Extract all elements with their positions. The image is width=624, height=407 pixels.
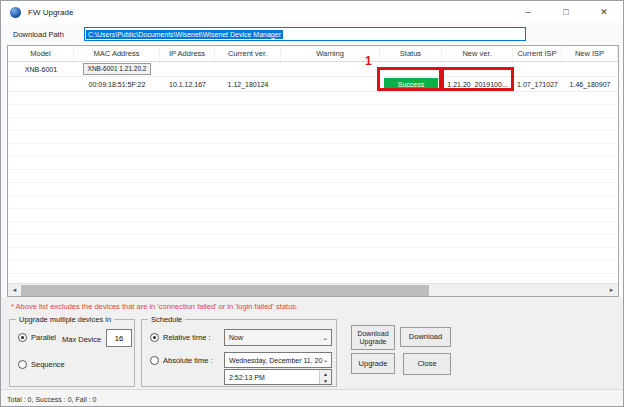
title-bar: FW Upgrade – □ ✕ [1, 1, 623, 23]
column-header-mac[interactable]: MAC Address [74, 46, 160, 61]
upgrade-mode-group-title: Upgrade multiple devices in [16, 315, 114, 324]
table-header-row: Model MAC Address IP Address Current ver… [8, 46, 618, 62]
date-picker[interactable]: Wednesday, December 11, 20 ⌄ [224, 352, 332, 368]
new-isp-cell: 1.46_180907 [562, 77, 618, 91]
download-path-row: Download Path C:\Users\Public\Documents\… [1, 23, 623, 45]
status-bar-text: Total : 0, Success : 0, Fail : 0 [7, 396, 96, 403]
close-button[interactable]: Close [403, 353, 451, 375]
bottom-panel: * Above list excludes the devices that a… [1, 297, 623, 407]
window-controls: – □ ✕ [509, 1, 623, 23]
spin-down-icon[interactable]: ▼ [320, 377, 331, 384]
close-icon[interactable]: ✕ [585, 1, 623, 23]
chevron-down-icon: ⌄ [322, 356, 328, 364]
table-row[interactable]: XNB-6001 XNB-6001 1.21.20.2 [8, 62, 618, 77]
maximize-icon[interactable]: □ [547, 1, 585, 23]
current-ver-cell: 1.12_180124 [215, 77, 281, 91]
minimize-icon[interactable]: – [509, 1, 547, 23]
radio-icon [18, 333, 27, 342]
relative-time-radio[interactable]: Relative time : [150, 333, 211, 342]
radio-icon [18, 360, 27, 369]
schedule-group-title: Schedule [148, 315, 185, 324]
status-bar: Total : 0, Success : 0, Fail : 0 [1, 390, 624, 407]
radio-icon [150, 333, 159, 342]
relative-time-select[interactable]: Now ⌄ [224, 329, 332, 346]
max-device-input[interactable] [106, 329, 132, 347]
download-path-value: C:\Users\Public\Documents\Wisenet\Wisene… [86, 30, 283, 39]
download-path-label: Download Path [13, 30, 64, 39]
schedule-group: Schedule Relative time : Now ⌄ Absolute … [141, 319, 337, 387]
column-header-current-isp[interactable]: Current ISP [513, 46, 562, 61]
annotation-rect-status [377, 67, 442, 91]
column-header-current-ver[interactable]: Current ver. [215, 46, 281, 61]
upgrade-button[interactable]: Upgrade [351, 353, 395, 374]
device-table: Model MAC Address IP Address Current ver… [7, 45, 619, 297]
firmware-dropdown[interactable]: XNB-6001 1.21.20.2 [83, 63, 152, 75]
warning-cell [281, 77, 380, 91]
current-isp-cell: 1.07_171027 [513, 77, 562, 91]
app-icon [10, 7, 21, 18]
column-header-new-ver[interactable]: New ver. [442, 46, 513, 61]
upgrade-mode-group: Upgrade multiple devices in Parallel Max… [9, 319, 135, 387]
download-upgrade-button[interactable]: Download Upgrade [351, 325, 395, 350]
scroll-right-icon[interactable]: ▸ [605, 284, 618, 297]
annotation-rect-new-ver [441, 67, 514, 91]
radio-icon [150, 356, 159, 365]
ip-cell: 10.1.12.167 [160, 77, 215, 91]
scroll-left-icon[interactable]: ◂ [8, 284, 21, 297]
max-device-label: Max Device [62, 335, 101, 344]
spin-up-icon[interactable]: ▲ [320, 370, 331, 377]
table-row[interactable]: 00:09:18:51:5F:22 10.1.12.167 1.12_18012… [8, 77, 618, 92]
model-cell: XNB-6001 [8, 62, 74, 76]
time-picker[interactable]: 2:52:13 PM ▲ ▼ [224, 369, 332, 385]
absolute-time-radio[interactable]: Absolute time : [150, 356, 213, 365]
sequence-radio[interactable]: Sequence [18, 360, 65, 369]
column-header-new-isp[interactable]: New ISP [562, 46, 618, 61]
window-title: FW Upgrade [28, 8, 73, 17]
exclusion-note: * Above list excludes the devices that a… [11, 302, 298, 311]
column-header-ip[interactable]: IP Address [160, 46, 215, 61]
chevron-down-icon: ⌄ [322, 334, 328, 342]
download-path-input[interactable]: C:\Users\Public\Documents\Wisenet\Wisene… [84, 27, 526, 41]
table-empty-rows [8, 92, 618, 282]
mac-cell: 00:09:18:51:5F:22 [74, 77, 160, 91]
download-button[interactable]: Download [400, 327, 451, 347]
annotation-step-1: 1 [365, 54, 372, 68]
parallel-radio[interactable]: Parallel [18, 333, 56, 342]
column-header-model[interactable]: Model [8, 46, 74, 61]
column-header-status[interactable]: Status [380, 46, 442, 61]
horizontal-scrollbar[interactable]: ◂ ▸ [8, 283, 618, 296]
scrollbar-thumb[interactable] [21, 285, 429, 296]
time-spinner[interactable]: ▲ ▼ [319, 370, 331, 384]
